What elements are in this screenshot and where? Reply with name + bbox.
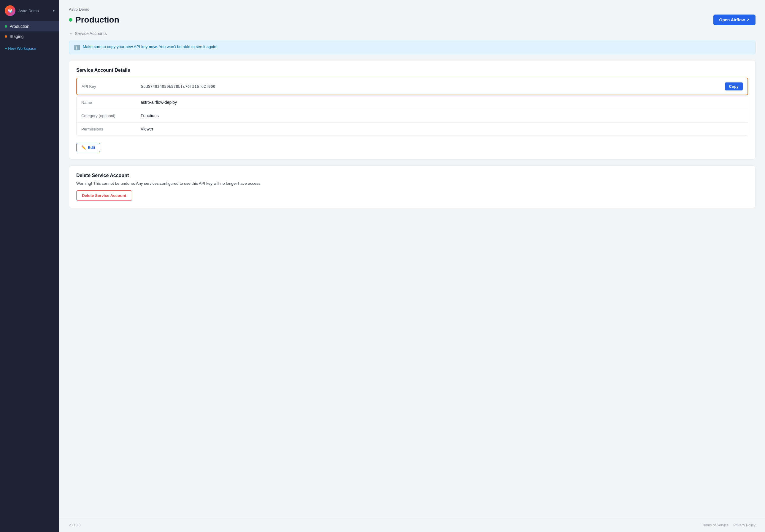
api-key-row: API Key 5cd574824059b578bfc76f316fd2f900… bbox=[76, 78, 748, 95]
chevron-down-icon: ▾ bbox=[53, 9, 55, 13]
footer: v0.13.0 Terms of Service Privacy Policy bbox=[59, 518, 765, 532]
delete-warning-text: Warning! This cannot be undone. Any serv… bbox=[76, 181, 748, 186]
alert-banner: ℹ️ Make sure to copy your new API key no… bbox=[69, 41, 756, 54]
back-nav-label: Service Accounts bbox=[75, 31, 107, 36]
category-label: Category (optional) bbox=[81, 114, 141, 118]
sidebar-item-label-production: Production bbox=[9, 24, 29, 29]
card-title-details: Service Account Details bbox=[76, 68, 748, 73]
detail-rows: Name astro-airflow-deploy Category (opti… bbox=[76, 96, 748, 136]
alert-text-suffix: . You won't be able to see it again! bbox=[157, 45, 217, 49]
alert-text-bold: now bbox=[149, 45, 157, 49]
delete-service-account-card: Delete Service Account Warning! This can… bbox=[69, 165, 756, 208]
main-content: Astro Demo Production Open Airflow ↗ ← S… bbox=[59, 0, 765, 532]
sidebar-item-staging[interactable]: Staging bbox=[0, 31, 59, 42]
api-key-label: API Key bbox=[82, 84, 141, 89]
open-airflow-button[interactable]: Open Airflow ↗ bbox=[713, 15, 756, 25]
sidebar: Astro Demo ▾ Production Staging + New Wo… bbox=[0, 0, 59, 532]
delete-section-title: Delete Service Account bbox=[76, 173, 748, 178]
back-navigation[interactable]: ← Service Accounts bbox=[69, 31, 756, 36]
version-label: v0.13.0 bbox=[69, 523, 80, 527]
back-arrow-icon: ← bbox=[69, 31, 73, 36]
logo-icon bbox=[5, 5, 15, 16]
edit-button[interactable]: ✏️ Edit bbox=[76, 143, 100, 152]
sidebar-header[interactable]: Astro Demo ▾ bbox=[0, 0, 59, 21]
category-row: Category (optional) Functions bbox=[76, 109, 748, 123]
category-value: Functions bbox=[141, 113, 743, 118]
new-workspace-button[interactable]: + New Workspace bbox=[0, 43, 59, 54]
status-dot-staging bbox=[5, 35, 7, 38]
info-icon: ℹ️ bbox=[74, 45, 80, 50]
breadcrumb: Astro Demo bbox=[69, 7, 756, 12]
footer-links: Terms of Service Privacy Policy bbox=[702, 523, 756, 527]
alert-text-prefix: Make sure to copy your new API key bbox=[83, 45, 149, 49]
page-header: Production Open Airflow ↗ bbox=[69, 15, 756, 25]
terms-of-service-link[interactable]: Terms of Service bbox=[702, 523, 728, 527]
page-title-row: Production bbox=[69, 15, 119, 25]
page-title: Production bbox=[75, 15, 119, 25]
copy-api-key-button[interactable]: Copy bbox=[725, 83, 743, 91]
alert-message: Make sure to copy your new API key now. … bbox=[83, 45, 218, 49]
privacy-policy-link[interactable]: Privacy Policy bbox=[733, 523, 756, 527]
edit-icon: ✏️ bbox=[81, 145, 86, 150]
open-airflow-label: Open Airflow ↗ bbox=[719, 18, 750, 22]
status-dot-production bbox=[5, 25, 7, 28]
edit-label: Edit bbox=[88, 145, 95, 150]
sidebar-item-production[interactable]: Production bbox=[0, 21, 59, 31]
name-value: astro-airflow-deploy bbox=[141, 100, 743, 105]
permissions-label: Permissions bbox=[81, 127, 141, 132]
permissions-value: Viewer bbox=[141, 127, 743, 132]
sidebar-org-name: Astro Demo bbox=[18, 9, 50, 13]
delete-service-account-button[interactable]: Delete Service Account bbox=[76, 190, 132, 201]
name-label: Name bbox=[81, 100, 141, 105]
page-status-dot bbox=[69, 18, 72, 22]
sidebar-item-label-staging: Staging bbox=[9, 34, 23, 39]
api-key-value: 5cd574824059b578bfc76f316fd2f900 bbox=[141, 84, 721, 89]
permissions-row: Permissions Viewer bbox=[76, 123, 748, 136]
service-account-details-card: Service Account Details API Key 5cd57482… bbox=[69, 60, 756, 159]
name-row: Name astro-airflow-deploy bbox=[76, 96, 748, 109]
